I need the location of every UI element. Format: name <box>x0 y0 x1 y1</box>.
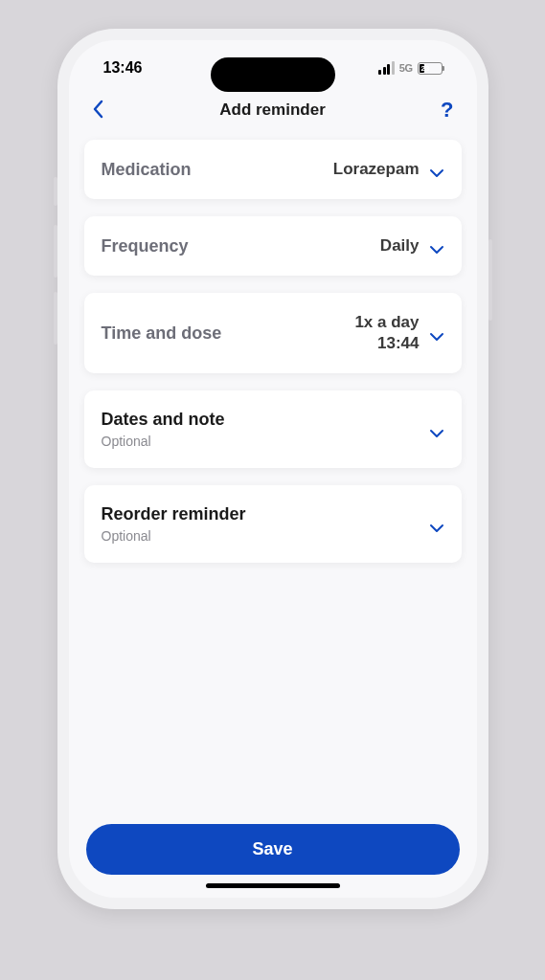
home-indicator[interactable] <box>206 883 340 888</box>
medication-card[interactable]: Medication Lorazepam <box>84 140 462 199</box>
signal-icon <box>378 61 395 75</box>
chevron-down-icon <box>429 520 444 529</box>
phone-frame: 13:46 5G 23 Add reminder ? Medication <box>57 29 488 909</box>
chevron-down-icon <box>429 241 444 251</box>
page-title: Add reminder <box>219 100 326 120</box>
dates-note-sublabel: Optional <box>102 434 225 449</box>
chevron-down-icon <box>429 165 444 174</box>
battery-icon: 23 <box>418 62 443 75</box>
dates-note-card[interactable]: Dates and note Optional <box>84 390 462 468</box>
medication-label: Medication <box>102 160 192 180</box>
save-button[interactable]: Save <box>86 824 460 875</box>
frequency-value: Daily <box>380 235 420 256</box>
help-button[interactable]: ? <box>431 98 454 122</box>
power-button <box>488 239 492 321</box>
status-indicators: 5G 23 <box>378 61 442 75</box>
time-dose-label: Time and dose <box>102 323 222 344</box>
dynamic-island <box>211 57 335 92</box>
status-time: 13:46 <box>103 59 143 77</box>
content-area: Medication Lorazepam Frequency Daily <box>69 140 477 809</box>
nav-header: Add reminder ? <box>69 84 477 140</box>
volume-down-button <box>54 292 57 345</box>
network-label: 5G <box>399 62 413 74</box>
volume-up-button <box>54 225 57 278</box>
phone-screen: 13:46 5G 23 Add reminder ? Medication <box>69 40 477 898</box>
chevron-down-icon <box>429 328 444 338</box>
silent-switch <box>54 177 57 206</box>
reorder-label: Reorder reminder <box>102 504 246 524</box>
reorder-reminder-card[interactable]: Reorder reminder Optional <box>84 485 462 563</box>
medication-value: Lorazepam <box>333 159 420 180</box>
time-dose-value: 1x a day 13:44 <box>354 312 419 354</box>
chevron-down-icon <box>429 425 444 434</box>
frequency-card[interactable]: Frequency Daily <box>84 216 462 276</box>
back-button[interactable] <box>92 98 115 122</box>
time-dose-card[interactable]: Time and dose 1x a day 13:44 <box>84 293 462 373</box>
reorder-sublabel: Optional <box>102 528 246 544</box>
frequency-label: Frequency <box>102 236 189 256</box>
dates-note-label: Dates and note <box>102 410 225 430</box>
